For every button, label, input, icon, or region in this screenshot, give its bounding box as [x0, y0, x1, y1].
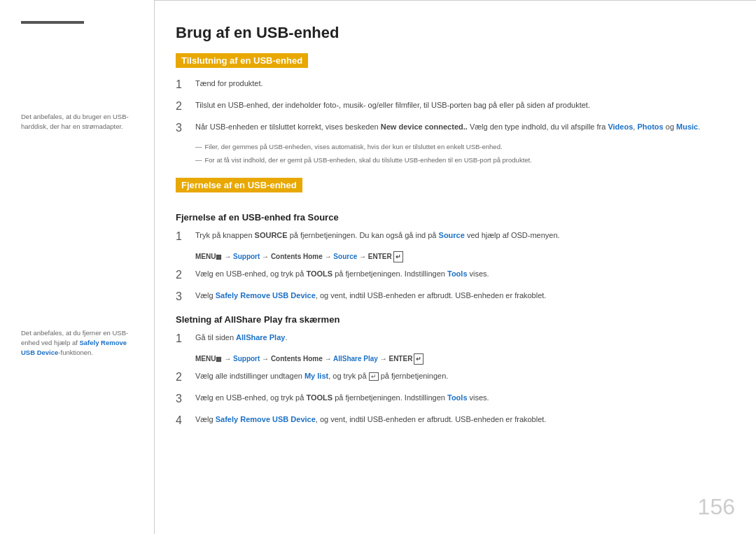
subsection2-title: Sletning af AllShare Play fra skærmen [176, 314, 728, 325]
section1-steps: 1 Tænd for produktet. 2 Tilslut en USB-e… [176, 78, 728, 135]
step-content: Vælg alle indstillinger undtagen My list… [195, 370, 728, 383]
section1-heading: Tilslutning af en USB-enhed [176, 53, 308, 68]
section-fjernelse: Fjernelse af en USB-enhed Fjernelse af e… [176, 168, 728, 428]
subsection2-steps: 1 Gå til siden AllShare Play. [176, 332, 728, 346]
step-2-2: 2 Vælg en USB-enhed, og tryk på TOOLS på… [176, 268, 728, 283]
videos-link: Videos [608, 122, 633, 131]
main-content: Brug af en USB-enhed Tilslutning af en U… [154, 0, 756, 534]
step-content: Tænd for produktet. [195, 78, 728, 90]
step-num: 4 [176, 414, 190, 428]
support-link2: Support [233, 355, 260, 363]
step-num: 1 [176, 78, 190, 92]
enter-icon2: ↵ [414, 353, 424, 365]
mylist-link: My list [304, 372, 328, 380]
step-num: 2 [176, 268, 190, 283]
step-3-1: 1 Gå til siden AllShare Play. [176, 332, 728, 346]
enter-icon3: ↵ [369, 372, 379, 381]
subsection-source: Fjernelse af en USB-enhed fra Source 1 T… [176, 212, 728, 304]
source-link: Source [439, 231, 465, 239]
support-link1: Support [233, 253, 260, 260]
source-path-link: Source [333, 253, 357, 260]
subsection-allshare: Sletning af AllShare Play fra skærmen 1 … [176, 314, 728, 428]
step-content: Vælg Safely Remove USB Device, og vent, … [195, 290, 728, 302]
page-title: Brug af en USB-enhed [176, 24, 728, 42]
sidebar: Det anbefales, at du bruger en USB-hardd… [0, 0, 154, 534]
sidebar-note2-text2: -funktionen. [58, 349, 93, 356]
tools-link2: Tools [447, 393, 468, 402]
page-number: 156 [698, 494, 735, 520]
step-content: Vælg en USB-enhed, og tryk på TOOLS på f… [195, 392, 728, 405]
step-num: 3 [176, 392, 190, 407]
section-tilslutning: Tilslutning af en USB-enhed 1 Tænd for p… [176, 53, 728, 165]
safely-remove-link2: Safely Remove USB Device [216, 415, 316, 423]
source-bold: SOURCE [255, 231, 288, 239]
step-num: 1 [176, 230, 190, 244]
subsection1-steps: 1 Tryk på knappen SOURCE på fjernbetjeni… [176, 230, 728, 244]
subsection1-title: Fjernelse af en USB-enhed fra Source [176, 212, 728, 223]
step-1-3: 3 Når USB-enheden er tilsluttet korrekt,… [176, 121, 728, 136]
subsection1-steps-cont: 2 Vælg en USB-enhed, og tryk på TOOLS på… [176, 268, 728, 304]
safely-remove-link1: Safely Remove USB Device [216, 291, 316, 300]
step-num: 2 [176, 370, 190, 385]
section2-heading: Fjernelse af en USB-enhed [176, 178, 302, 192]
step-1-2: 2 Tilslut en USB-enhed, der indeholder f… [176, 99, 728, 114]
photos-link: Photos [637, 122, 663, 131]
menu-path-1: MENU▦ → Support → Contents Home → Source… [195, 251, 728, 263]
subsection2-steps-cont: 2 Vælg alle indstillinger undtagen My li… [176, 370, 728, 428]
step-content: Vælg Safely Remove USB Device, og vent, … [195, 414, 728, 426]
note-line-2: For at få vist indhold, der er gemt på U… [195, 155, 728, 165]
step-content: Tryk på knappen SOURCE på fjernbetjening… [195, 230, 728, 242]
new-device-bold: New device connected.. [381, 122, 468, 131]
music-link: Music [676, 122, 698, 131]
step-content: Tilslut en USB-enhed, der indeholder fot… [195, 99, 728, 112]
step-num: 1 [176, 332, 190, 346]
enter-icon1: ↵ [393, 251, 403, 262]
note-line-1: Filer, der gemmes på USB-enheden, vises … [195, 142, 728, 152]
step-content: Gå til siden AllShare Play. [195, 332, 728, 344]
tools-bold: TOOLS [306, 269, 332, 278]
step-num: 3 [176, 121, 190, 136]
tools-bold2: TOOLS [306, 393, 332, 402]
sidebar-bar [21, 21, 84, 24]
step-3-3: 3 Vælg en USB-enhed, og tryk på TOOLS på… [176, 392, 728, 407]
sidebar-note1: Det anbefales, at du bruger en USB-hardd… [21, 112, 140, 132]
allshare-link: AllShare Play [236, 333, 285, 342]
step-1-1: 1 Tænd for produktet. [176, 78, 728, 92]
tools-link: Tools [447, 269, 468, 278]
step-num: 2 [176, 99, 190, 114]
step-2-1: 1 Tryk på knappen SOURCE på fjernbetjeni… [176, 230, 728, 244]
step-3-4: 4 Vælg Safely Remove USB Device, og vent… [176, 414, 728, 428]
menu-path-2: MENU▦ → Support → Contents Home → AllSha… [195, 353, 728, 365]
allshare-path-link: AllShare Play [333, 355, 378, 363]
step-content: Når USB-enheden er tilsluttet korrekt, v… [195, 121, 728, 134]
step-2-3: 3 Vælg Safely Remove USB Device, og vent… [176, 290, 728, 304]
sidebar-note2: Det anbefales, at du fjerner en USB-enhe… [21, 328, 140, 358]
step-num: 3 [176, 290, 190, 304]
step-3-2: 2 Vælg alle indstillinger undtagen My li… [176, 370, 728, 385]
step-content: Vælg en USB-enhed, og tryk på TOOLS på f… [195, 268, 728, 281]
